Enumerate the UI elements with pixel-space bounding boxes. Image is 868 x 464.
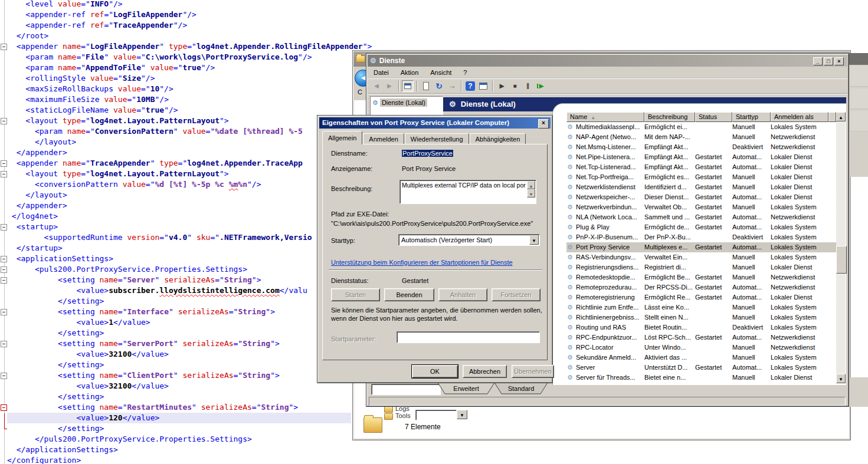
fold-marker[interactable]: − <box>1 118 7 124</box>
fold-marker[interactable]: − <box>1 224 7 231</box>
forward-arrow-icon[interactable]: ► <box>384 80 395 92</box>
column-header-name[interactable]: Name▲ <box>566 112 644 122</box>
startparameter-input[interactable] <box>397 331 540 343</box>
fold-marker[interactable]: − <box>1 277 7 284</box>
code-line[interactable]: <setting name="Interface" serializeAs="S… <box>7 307 352 317</box>
code-line[interactable]: <maxSizeRollBackups value="10"/> <box>7 84 352 94</box>
fold-marker[interactable]: − <box>1 256 7 262</box>
service-row[interactable]: ⚙Plug & PlayErmöglicht de...GestartetAut… <box>566 222 836 232</box>
tab-wiederherstellung[interactable]: Wiederherstellung <box>405 133 469 144</box>
service-row[interactable]: ⚙NAP-Agent (Netwo...Mit dem NAP-...Manue… <box>566 132 836 142</box>
service-row[interactable]: ⚙NLA (Network Loca...Sammelt und ...Gest… <box>566 212 836 222</box>
code-line[interactable]: <level value="INFO"/> <box>7 0 352 9</box>
code-line[interactable]: <setting name="ServerPort" serializeAs="… <box>7 338 352 349</box>
tab-anmelden[interactable]: Anmelden <box>363 133 404 144</box>
service-row[interactable]: ⚙Remotedesktopdie...Ermöglicht Be...Gest… <box>566 272 836 282</box>
close-button[interactable]: × <box>834 57 844 65</box>
startoptions-help-link[interactable]: Unterstützung beim Konfigurieren der Sta… <box>331 259 513 266</box>
code-line[interactable]: <conversionPattern value="%d [%t] %-5p %… <box>7 179 352 190</box>
scroll-up-button[interactable]: ▲ <box>527 181 535 189</box>
column-header-starttyp[interactable]: Starttyp <box>732 112 771 122</box>
starten-button[interactable]: Starten <box>331 288 380 301</box>
code-line[interactable]: </puls200.PortProxyService.Properties.Se… <box>7 434 352 445</box>
service-row[interactable]: ⚙Port Proxy ServiceMultiplexes e...Gesta… <box>566 242 836 252</box>
service-row[interactable]: ⚙NetzwerklistendienstIdentifiziert d...G… <box>566 182 836 192</box>
service-row[interactable]: ⚙Netzwerkspeicher-...Dieser Dienst...Ges… <box>566 192 836 202</box>
code-line[interactable]: </appender> <box>7 147 352 158</box>
service-row[interactable]: ⚙RPC-LocatorUnter Windo...ManuellNetzwer… <box>566 343 836 353</box>
service-row[interactable]: ⚙Sekundäre Anmeld...Aktiviert das ...Man… <box>566 353 836 363</box>
service-row[interactable]: ⚙Routing und RASBietet Routin...Deaktivi… <box>566 323 836 333</box>
service-row[interactable]: ⚙Net.Pipe-Listenera...Empfängt Akt...Ges… <box>566 152 836 162</box>
menu-item-ansicht[interactable]: Ansicht <box>424 67 457 77</box>
service-row[interactable]: ⚙RemoteregistrierungErmöglicht Re...Gest… <box>566 292 836 302</box>
code-line[interactable]: <value>subscriber.lloydslistintelligence… <box>7 285 352 296</box>
column-header-anmelden-als[interactable]: Anmelden als <box>771 112 828 122</box>
fold-marker[interactable]: − <box>1 341 7 347</box>
tab-abhängigkeiten[interactable]: Abhängigkeiten <box>470 133 526 144</box>
tree-item-dienste-lokal[interactable]: ⚙ Dienste (Lokal) <box>372 98 443 107</box>
code-line[interactable]: <param name="File" value="C:\work\logs\P… <box>7 52 352 62</box>
code-line[interactable]: <layout type="log4net.Layout.PatternLayo… <box>7 116 352 126</box>
code-line[interactable]: <layout type="log4net.Layout.PatternLayo… <box>7 169 352 179</box>
service-row[interactable]: ⚙Server für Threads...Bietet eine n...Ma… <box>566 373 836 383</box>
service-row[interactable]: ⚙Multimediaklassenpl...Ermöglicht ei...M… <box>566 122 836 132</box>
code-line[interactable]: </layout> <box>7 190 352 200</box>
code-editor[interactable]: <level value="INFO"/> <appender-ref ref=… <box>0 0 352 464</box>
scrollbar-thumb[interactable] <box>836 246 847 274</box>
export-list-icon[interactable]: → <box>446 80 458 92</box>
code-line[interactable]: <setting name="Server" serializeAs="Stri… <box>7 275 352 285</box>
code-line[interactable]: </root> <box>7 31 352 41</box>
code-line[interactable]: </layout> <box>7 137 352 147</box>
fold-marker[interactable]: − <box>1 44 7 50</box>
code-line[interactable]: <appender name="LogFileAppender" type="l… <box>7 41 352 52</box>
service-row[interactable]: ⚙RAS-Verbindungsv...Verwaltet Ein...Manu… <box>566 252 836 262</box>
beenden-button[interactable]: Beenden <box>384 288 434 301</box>
fold-marker[interactable]: − <box>1 373 7 379</box>
code-line[interactable]: <setting name="RestartMinutes" serialize… <box>7 402 352 413</box>
back-arrow-icon[interactable]: ◄ <box>371 80 382 92</box>
code-line[interactable]: </applicationSettings> <box>7 445 352 455</box>
service-row[interactable]: ⚙Remoteprozedurau...Der RPCSS-Di...Gesta… <box>566 282 836 292</box>
code-line[interactable]: <supportedRuntime version="v4.0" sku=".N… <box>7 232 352 243</box>
code-line[interactable]: <startup> <box>7 222 352 232</box>
service-row[interactable]: ⚙Net.Tcp-Listenerad...Empfängt Akt...Ges… <box>566 162 836 172</box>
fold-marker[interactable]: − <box>1 404 7 411</box>
combobox-dropdown-button[interactable]: ▼ <box>457 410 467 419</box>
code-line[interactable]: <value>120</value> <box>7 413 351 423</box>
code-line[interactable]: <staticLogFileName value="true"/> <box>7 105 352 116</box>
scroll-down-button[interactable]: ▼ <box>527 189 535 198</box>
start-service-icon[interactable]: ▶ <box>496 80 507 92</box>
code-line[interactable]: </setting> <box>7 423 352 434</box>
properties-icon[interactable] <box>420 80 432 92</box>
service-row[interactable]: ⚙ServerUnterstützt D...GestartetAutomat.… <box>566 363 836 373</box>
übernehmen-button[interactable]: Übernehmen <box>512 365 554 378</box>
explorer-combobox[interactable] <box>415 410 457 420</box>
code-line[interactable]: <param name="ConversionPattern" value="%… <box>7 126 352 137</box>
fortsetzen-button[interactable]: Fortsetzen <box>492 288 541 301</box>
service-row[interactable]: ⚙Net.Msmq-Listener...Empfängt Akt...Deak… <box>566 142 836 152</box>
code-line[interactable]: </configuration> <box>7 455 352 464</box>
extended-view-icon[interactable] <box>477 80 489 92</box>
dienstname-value[interactable]: PortProxyService <box>402 150 453 157</box>
abbrechen-button[interactable]: Abbrechen <box>463 365 507 378</box>
code-line[interactable]: <puls200.PortProxyService.Properties.Set… <box>7 264 352 275</box>
service-row[interactable]: ⚙PnP-X-IP-Busenum...Der PnP-X-Bu...Deakt… <box>566 232 836 242</box>
menu-item-datei[interactable]: Datei <box>368 67 395 77</box>
fold-marker[interactable]: − <box>1 266 7 273</box>
fold-marker[interactable]: − <box>1 309 7 315</box>
service-row[interactable]: ⚙RPC-Endpunktzuor...Löst RPC-Sch...Gesta… <box>566 333 836 343</box>
scroll-down-button[interactable]: ▼ <box>836 374 846 383</box>
ok-button[interactable]: OK <box>412 365 458 378</box>
column-header-filler[interactable] <box>828 112 836 122</box>
tab-erweitert-label[interactable]: Erweitert <box>453 385 479 392</box>
services-titlebar[interactable]: ⚙Dienste _ □ × <box>368 55 847 67</box>
service-row[interactable]: ⚙Netzwerkverbindun...Verwaltet Ob...Gest… <box>566 202 836 212</box>
code-line[interactable]: </log4net> <box>7 211 352 222</box>
service-row[interactable]: ⚙Richtlinienergebniss...Stellt einen N..… <box>566 312 836 323</box>
code-line[interactable]: <setting name="ClientPort" serializeAs="… <box>7 370 352 381</box>
minimize-button[interactable]: _ <box>813 57 823 65</box>
code-line[interactable]: <rollingStyle value="Size"/> <box>7 73 352 84</box>
starttyp-combobox[interactable]: Automatisch (Verzögerter Start) ▼ <box>398 234 540 246</box>
stop-service-icon[interactable]: ■ <box>509 80 520 92</box>
